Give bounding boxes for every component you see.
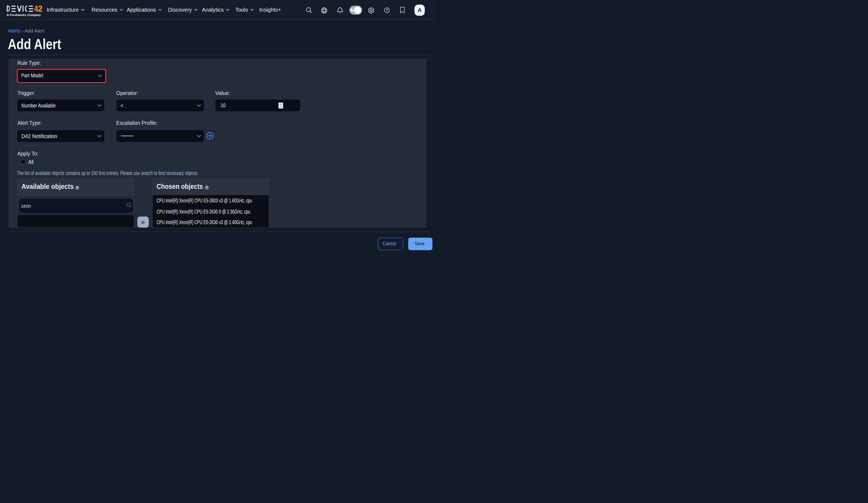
svg-text:42: 42 <box>34 6 42 12</box>
